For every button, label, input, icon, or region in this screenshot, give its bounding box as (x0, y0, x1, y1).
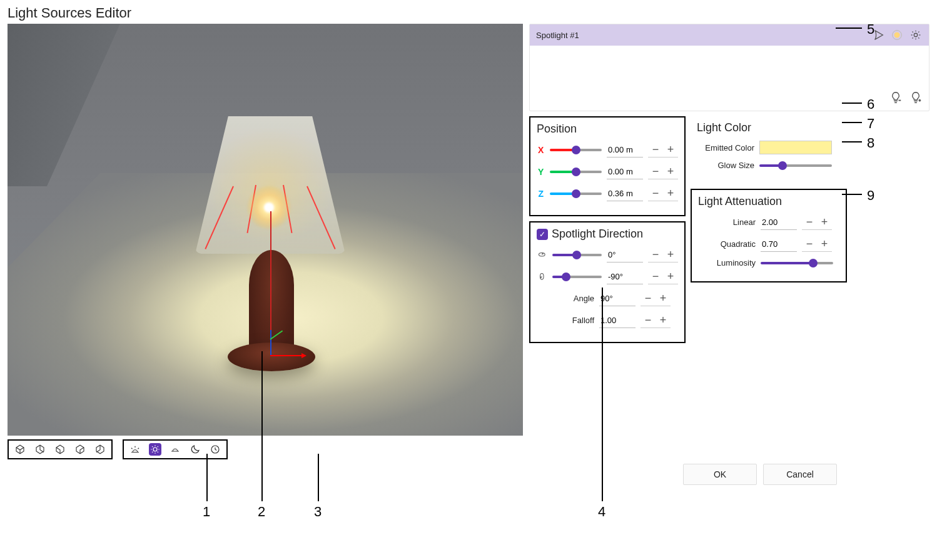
linear-label: Linear (698, 218, 756, 227)
angle-label: Angle (537, 294, 594, 303)
page-title: Light Sources Editor (0, 0, 937, 24)
quadratic-label: Quadratic (698, 239, 756, 249)
rotation-v-slider[interactable] (552, 276, 602, 278)
spotlight-direction-panel: ✓ Spotlight Direction −+ −+ (529, 221, 686, 343)
falloff-increment[interactable]: + (656, 312, 671, 328)
angle-increment[interactable]: + (656, 291, 671, 306)
position-y-input[interactable] (607, 164, 643, 179)
position-x-decrement[interactable]: − (648, 142, 663, 157)
selected-light-name[interactable]: Spotlight #1 (536, 31, 579, 40)
emitted-color-swatch[interactable] (759, 141, 832, 154)
rotation-h-input[interactable] (607, 248, 643, 262)
falloff-input[interactable] (599, 313, 636, 328)
svg-point-0 (153, 448, 157, 451)
position-x-input[interactable] (607, 142, 643, 158)
position-z-input[interactable] (607, 186, 643, 201)
camera-view-icon-4[interactable] (74, 443, 86, 456)
night-moon-icon[interactable] (189, 443, 201, 456)
callout-6: 6 (867, 96, 874, 112)
linear-decrement[interactable]: − (802, 214, 817, 229)
linear-input[interactable] (761, 215, 797, 230)
dusk-icon[interactable] (169, 443, 181, 456)
camera-view-icon-1[interactable] (14, 443, 26, 456)
light-color-title: Light Color (697, 121, 841, 134)
add-light-icon[interactable] (909, 91, 923, 104)
dawn-icon[interactable] (129, 443, 141, 456)
rotation-v-input[interactable] (607, 269, 643, 284)
linear-increment[interactable]: + (817, 214, 832, 229)
position-x-row: X −+ (537, 142, 678, 158)
quadratic-decrement[interactable]: − (802, 236, 817, 251)
position-y-increment[interactable]: + (663, 164, 678, 179)
luminosity-label: Luminosity (698, 258, 756, 268)
cancel-button[interactable]: Cancel (763, 464, 837, 485)
rotation-v-decrement[interactable]: − (648, 269, 663, 284)
quadratic-increment[interactable]: + (817, 236, 832, 251)
callout-2: 2 (258, 504, 265, 520)
position-x-slider[interactable] (550, 149, 602, 151)
position-y-row: Y −+ (537, 164, 678, 179)
day-sun-icon[interactable] (149, 443, 161, 456)
camera-view-icon-5[interactable] (94, 443, 106, 456)
spotlight-enabled-checkbox[interactable]: ✓ (537, 229, 548, 240)
callout-4: 4 (598, 504, 605, 520)
position-panel: Position X −+ Y −+ Z (529, 116, 686, 216)
clock-icon[interactable] (209, 443, 221, 456)
spotlight-title: Spotlight Direction (552, 228, 643, 241)
camera-view-icon-2[interactable] (34, 443, 46, 456)
position-title: Position (537, 122, 678, 136)
callout-1: 1 (203, 504, 210, 520)
position-y-slider[interactable] (550, 171, 602, 173)
rotation-h-increment[interactable]: + (663, 247, 678, 262)
svg-point-2 (894, 32, 899, 38)
position-z-slider[interactable] (550, 192, 602, 195)
camera-view-icon-3[interactable] (54, 443, 66, 456)
callout-3: 3 (314, 504, 322, 520)
luminosity-slider[interactable] (761, 262, 833, 264)
quadratic-input[interactable] (761, 237, 797, 252)
ambient-type-icon[interactable] (909, 28, 923, 42)
point-type-icon[interactable] (890, 28, 904, 42)
position-z-decrement[interactable]: − (648, 186, 663, 201)
rotation-h-slider[interactable] (552, 254, 602, 256)
rotate-horizontal-icon (537, 249, 547, 261)
remove-light-icon[interactable] (889, 91, 903, 104)
3d-viewport[interactable] (8, 24, 523, 436)
callout-5: 5 (867, 21, 874, 38)
glow-size-slider[interactable] (759, 164, 832, 167)
time-of-day-toolbar (123, 439, 228, 459)
callout-7: 7 (867, 116, 874, 132)
falloff-decrement[interactable]: − (641, 312, 656, 328)
position-z-increment[interactable]: + (663, 186, 678, 201)
rotation-v-increment[interactable]: + (663, 269, 678, 284)
callout-8: 8 (867, 135, 874, 151)
position-z-row: Z −+ (537, 186, 678, 201)
rotate-vertical-icon (537, 271, 547, 282)
light-color-panel: Light Color Emitted Color Glow Size (691, 116, 847, 184)
attenuation-title: Light Attenuation (698, 195, 839, 208)
light-attenuation-panel: Light Attenuation Linear −+ Quadratic −+… (691, 189, 847, 282)
position-y-decrement[interactable]: − (648, 164, 663, 179)
falloff-label: Falloff (537, 316, 594, 325)
emitted-color-label: Emitted Color (697, 143, 754, 152)
position-x-increment[interactable]: + (663, 142, 678, 157)
angle-input[interactable] (599, 291, 636, 306)
glow-size-label: Glow Size (697, 161, 754, 170)
svg-point-4 (914, 33, 918, 37)
ok-button[interactable]: OK (683, 464, 757, 485)
light-glow (246, 185, 291, 230)
angle-decrement[interactable]: − (641, 291, 656, 306)
rotation-h-decrement[interactable]: − (648, 247, 663, 262)
callout-9: 9 (867, 188, 874, 204)
camera-views-toolbar (8, 439, 113, 459)
